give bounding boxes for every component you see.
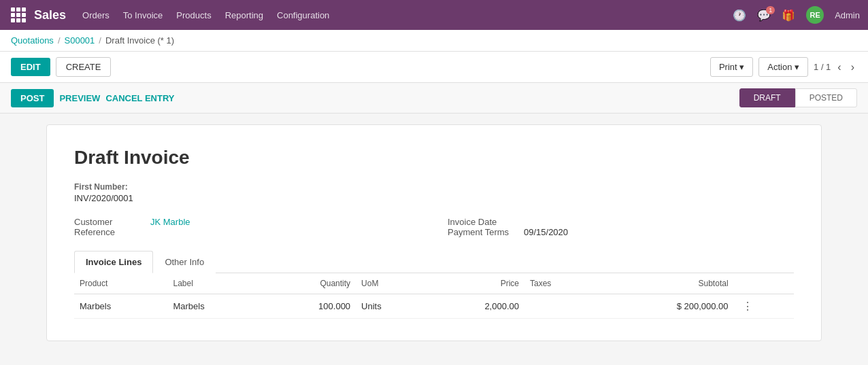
col-label: Label xyxy=(167,273,261,294)
edit-button[interactable]: EDIT xyxy=(11,58,50,76)
tabs-bar: Invoice Lines Other Info xyxy=(74,251,794,273)
customer-field: Customer JK Marble xyxy=(74,217,420,227)
payment-terms-value: 09/15/2020 xyxy=(524,227,568,237)
breadcrumb-quotations[interactable]: Quotations xyxy=(11,35,54,46)
content-area: Draft Invoice First Number: INV/2020/000… xyxy=(0,114,868,352)
tab-other-info[interactable]: Other Info xyxy=(153,251,216,273)
customer-label: Customer xyxy=(74,217,142,227)
table-row: Marbels Marbels 100.000 Units 2,000.00 $… xyxy=(74,294,794,319)
pagination-text: 1 / 1 xyxy=(814,62,831,72)
invoice-date-field: Invoice Date xyxy=(448,217,794,227)
row-subtotal: $ 200,000.00 xyxy=(596,294,734,319)
row-product: Marbels xyxy=(74,294,167,319)
gift-icon[interactable]: 🎁 xyxy=(782,9,795,22)
toolbar: EDIT CREATE Print ▾ Action ▾ 1 / 1 ‹ › xyxy=(0,52,868,83)
cancel-entry-button[interactable]: CANCEL ENTRY xyxy=(105,93,174,103)
col-quantity: Quantity xyxy=(261,273,356,294)
invoice-card: Draft Invoice First Number: INV/2020/000… xyxy=(46,124,822,341)
invoice-lines-table: Product Label Quantity UoM Price Taxes S… xyxy=(74,273,794,319)
chat-badge: 1 xyxy=(766,6,775,14)
col-price: Price xyxy=(424,273,524,294)
nav-to-invoice[interactable]: To Invoice xyxy=(123,9,163,22)
row-uom: Units xyxy=(356,294,424,319)
row-taxes xyxy=(524,294,596,319)
breadcrumb-sep-1: / xyxy=(58,35,61,46)
col-actions xyxy=(734,273,794,294)
create-button[interactable]: CREATE xyxy=(56,57,112,77)
row-label: Marbels xyxy=(167,294,261,319)
action-dropdown-icon: ▾ xyxy=(795,62,799,72)
breadcrumb-sep-2: / xyxy=(99,35,101,46)
status-bar: POST PREVIEW CANCEL ENTRY DRAFT POSTED xyxy=(0,83,868,114)
grid-menu-button[interactable] xyxy=(8,0,29,30)
col-subtotal: Subtotal xyxy=(596,273,734,294)
payment-terms-label: Payment Terms xyxy=(448,227,516,237)
fields-grid: Customer JK Marble Reference Invoice Dat… xyxy=(74,217,794,237)
breadcrumb: Quotations / S00001 / Draft Invoice (* 1… xyxy=(0,30,868,52)
app-name: Sales xyxy=(34,8,66,22)
grid-icon xyxy=(11,7,26,22)
row-kebab-cell: ⋮ xyxy=(734,294,794,319)
first-number-label: First Number: xyxy=(74,182,794,192)
action-label: Action xyxy=(767,62,792,72)
invoice-title: Draft Invoice xyxy=(74,147,794,169)
customer-value[interactable]: JK Marble xyxy=(150,217,190,227)
print-label: Print xyxy=(719,62,737,72)
status-posted[interactable]: POSTED xyxy=(795,88,857,107)
print-button[interactable]: Print ▾ xyxy=(710,57,753,77)
breadcrumb-order[interactable]: S00001 xyxy=(65,35,95,46)
nav-links: Orders To Invoice Products Reporting Con… xyxy=(82,9,733,22)
first-number-value: INV/2020/0001 xyxy=(74,193,794,203)
row-price: 2,000.00 xyxy=(424,294,524,319)
prev-page-button[interactable]: ‹ xyxy=(835,60,844,75)
tab-invoice-lines[interactable]: Invoice Lines xyxy=(74,251,153,273)
first-number-section: First Number: INV/2020/0001 xyxy=(74,182,794,203)
top-navigation: Sales Orders To Invoice Products Reporti… xyxy=(0,0,868,30)
preview-button[interactable]: PREVIEW xyxy=(59,93,100,103)
nav-reporting[interactable]: Reporting xyxy=(225,9,263,22)
admin-label: Admin xyxy=(835,10,860,20)
status-steps: DRAFT POSTED xyxy=(739,88,857,107)
col-taxes: Taxes xyxy=(524,273,596,294)
avatar[interactable]: RE xyxy=(806,6,824,24)
nav-products[interactable]: Products xyxy=(176,9,211,22)
breadcrumb-current: Draft Invoice (* 1) xyxy=(105,35,174,46)
clock-icon[interactable]: 🕐 xyxy=(733,9,746,22)
action-button[interactable]: Action ▾ xyxy=(758,57,808,77)
payment-terms-field: Payment Terms 09/15/2020 xyxy=(448,227,794,237)
invoice-date-label: Invoice Date xyxy=(448,217,516,227)
row-quantity: 100.000 xyxy=(261,294,356,319)
right-fields: Invoice Date Payment Terms 09/15/2020 xyxy=(448,217,794,237)
next-page-button[interactable]: › xyxy=(848,60,857,75)
col-uom: UoM xyxy=(356,273,424,294)
status-draft[interactable]: DRAFT xyxy=(739,88,795,107)
reference-label: Reference xyxy=(74,227,142,237)
nav-configuration[interactable]: Configuration xyxy=(277,9,329,22)
nav-orders[interactable]: Orders xyxy=(82,9,110,22)
left-fields: Customer JK Marble Reference xyxy=(74,217,420,237)
pagination: 1 / 1 ‹ › xyxy=(814,60,857,75)
post-button[interactable]: POST xyxy=(11,89,54,107)
row-kebab-button[interactable]: ⋮ xyxy=(739,300,756,313)
reference-field: Reference xyxy=(74,227,420,237)
chat-icon[interactable]: 💬 1 xyxy=(757,9,771,22)
nav-right-icons: 🕐 💬 1 🎁 RE Admin xyxy=(733,6,860,24)
print-dropdown-icon: ▾ xyxy=(739,62,744,72)
col-product: Product xyxy=(74,273,167,294)
